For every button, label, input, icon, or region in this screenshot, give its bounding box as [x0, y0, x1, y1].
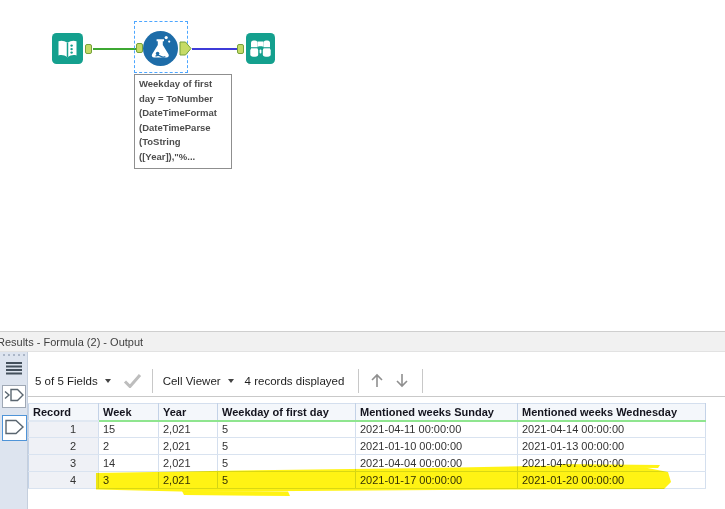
- formula-annotation[interactable]: Weekday of firstday = ToNumber(DateTimeF…: [134, 74, 232, 169]
- table-header-row: RecordWeekYearWeekday of first dayMentio…: [29, 404, 706, 421]
- table-cell[interactable]: 2021-04-11 00:00:00: [356, 421, 518, 438]
- arrow-down-icon[interactable]: [394, 372, 410, 391]
- fields-dropdown-label: 5 of 5 Fields: [35, 375, 98, 387]
- output-anchor-icon: [4, 424, 25, 439]
- input-data-icon: [52, 50, 83, 67]
- annotation-line: ([Year]),"%...: [139, 150, 228, 165]
- table-cell[interactable]: 2,021: [159, 455, 218, 472]
- toolbar-separator: [422, 369, 423, 393]
- annotation-line: (DateTimeParse: [139, 121, 228, 136]
- results-grid: RecordWeekYearWeekday of first dayMentio…: [28, 403, 706, 489]
- record-number-cell[interactable]: 3: [29, 455, 99, 472]
- connection-green[interactable]: [93, 48, 136, 50]
- alteryx-designer: Weekday of firstday = ToNumber(DateTimeF…: [0, 0, 725, 509]
- record-number-cell[interactable]: 1: [29, 421, 99, 438]
- input-anchor-icon: [4, 391, 24, 406]
- results-title-label: Results - Formula (2) - Output: [0, 332, 143, 352]
- table-cell[interactable]: 2021-04-07 00:00:00: [518, 455, 706, 472]
- table-cell[interactable]: 15: [99, 421, 159, 438]
- table-cell[interactable]: 14: [99, 455, 159, 472]
- column-header[interactable]: Mentioned weeks Sunday: [356, 404, 518, 421]
- table-cell[interactable]: 5: [218, 455, 356, 472]
- input-connection-button[interactable]: [2, 385, 26, 408]
- table-cell[interactable]: 2: [99, 438, 159, 455]
- formula-icon: [143, 52, 178, 69]
- column-header[interactable]: Weekday of first day: [218, 404, 356, 421]
- table-cell[interactable]: 3: [99, 472, 159, 489]
- table-cell[interactable]: 2021-01-13 00:00:00: [518, 438, 706, 455]
- browse-tool[interactable]: [246, 33, 275, 64]
- column-header[interactable]: Record: [29, 404, 99, 421]
- output-connection-button[interactable]: [2, 415, 27, 441]
- workflow-canvas[interactable]: Weekday of firstday = ToNumber(DateTimeF…: [0, 0, 725, 331]
- record-number-cell[interactable]: 4: [29, 472, 99, 489]
- table-row: 3142,02152021-04-04 00:00:002021-04-07 0…: [29, 455, 706, 472]
- table-cell[interactable]: 5: [218, 438, 356, 455]
- input-output-anchor[interactable]: [85, 44, 92, 54]
- table-row: 1152,02152021-04-11 00:00:002021-04-14 0…: [29, 421, 706, 438]
- browse-input-anchor[interactable]: [237, 44, 244, 54]
- records-displayed-label: 4 records displayed: [245, 375, 345, 387]
- formula-tool[interactable]: [143, 31, 178, 66]
- grip-dots: [3, 354, 25, 356]
- arrow-up-icon[interactable]: [369, 372, 385, 391]
- table-cell[interactable]: 2,021: [159, 421, 218, 438]
- table-cell[interactable]: 2,021: [159, 472, 218, 489]
- results-panel-header: Results - Formula (2) - Output: [0, 331, 725, 352]
- data-view-button[interactable]: [2, 360, 26, 378]
- table-row: 222,02152021-01-10 00:00:002021-01-13 00…: [29, 438, 706, 455]
- table-cell[interactable]: 2021-01-17 00:00:00: [356, 472, 518, 489]
- results-toolbar: 5 of 5 Fields Cell Viewer 4 records disp…: [28, 352, 725, 397]
- list-icon: [5, 363, 23, 378]
- browse-binoculars-icon: [246, 50, 275, 67]
- toolbar-separator: [152, 369, 153, 393]
- cell-viewer-dropdown[interactable]: Cell Viewer: [163, 375, 234, 387]
- toolbar-separator: [358, 369, 359, 393]
- cell-viewer-label: Cell Viewer: [163, 375, 221, 387]
- table-row-highlighted: 432,02152021-01-17 00:00:002021-01-20 00…: [29, 472, 706, 489]
- table-cell[interactable]: 2021-04-04 00:00:00: [356, 455, 518, 472]
- formula-input-anchor[interactable]: [136, 43, 143, 53]
- column-header[interactable]: Year: [159, 404, 218, 421]
- connection-blue[interactable]: [192, 48, 237, 50]
- table-cell[interactable]: 5: [218, 421, 356, 438]
- table-cell[interactable]: 2021-01-10 00:00:00: [356, 438, 518, 455]
- apply-check-icon[interactable]: [123, 373, 142, 390]
- table-cell[interactable]: 2,021: [159, 438, 218, 455]
- table-cell[interactable]: 5: [218, 472, 356, 489]
- annotation-line: (ToString: [139, 135, 228, 150]
- table-cell[interactable]: 2021-01-20 00:00:00: [518, 472, 706, 489]
- column-header[interactable]: Mentioned weeks Wednesday: [518, 404, 706, 421]
- formula-output-anchor[interactable]: [179, 41, 192, 60]
- annotation-line: (DateTimeFormat: [139, 106, 228, 121]
- results-sidebar: [0, 352, 28, 509]
- table-cell[interactable]: 2021-04-14 00:00:00: [518, 421, 706, 438]
- input-data-tool[interactable]: [52, 33, 83, 64]
- fields-dropdown[interactable]: 5 of 5 Fields: [35, 375, 111, 387]
- annotation-line: day = ToNumber: [139, 92, 228, 107]
- results-table: RecordWeekYearWeekday of first dayMentio…: [28, 403, 706, 489]
- record-number-cell[interactable]: 2: [29, 438, 99, 455]
- annotation-line: Weekday of first: [139, 77, 228, 92]
- chevron-down-icon: [105, 379, 111, 383]
- column-header[interactable]: Week: [99, 404, 159, 421]
- chevron-down-icon: [228, 379, 234, 383]
